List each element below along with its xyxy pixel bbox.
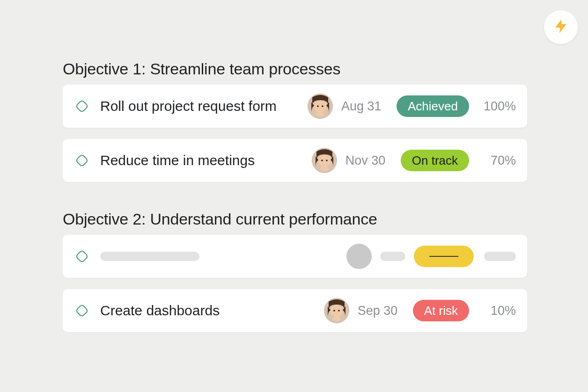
goal-title: Roll out project request form [100,98,308,114]
placeholder-title-bar [100,252,199,261]
goal-progress: 70% [475,153,516,168]
svg-point-8 [321,160,323,161]
svg-rect-0 [76,100,88,113]
placeholder-status-badge [414,246,474,267]
objective-group: Objective 1: Streamline team processes R… [63,60,527,182]
goal-progress: 10% [475,304,516,318]
goal-due-date: Sep 30 [358,304,404,318]
svg-point-3 [317,105,319,107]
status-badge: Achieved [397,95,469,117]
assignee-avatar[interactable] [312,148,337,173]
svg-rect-5 [76,154,88,167]
objective-header: Objective 2: Understand current performa… [63,210,527,228]
assignee-avatar[interactable] [308,94,333,119]
goal-card-placeholder[interactable] [63,235,527,278]
goal-due-date: Aug 31 [341,99,388,114]
svg-point-15 [338,310,340,312]
status-badge: At risk [413,300,469,321]
goal-title: Create dashboards [100,303,324,319]
goal-progress: 100% [475,99,516,114]
svg-point-2 [314,101,326,113]
lightning-button[interactable] [544,10,578,44]
goal-card[interactable]: Create dashboards Sep 30 At risk 10% [63,289,527,332]
svg-point-13 [331,305,343,317]
svg-rect-10 [76,250,88,263]
assignee-avatar[interactable] [324,298,349,323]
svg-point-7 [318,155,331,167]
goal-diamond-icon [73,247,91,265]
goal-card[interactable]: Roll out project request form Aug 31 Ach… [63,85,527,128]
placeholder-avatar [346,244,372,269]
svg-point-9 [326,160,328,161]
placeholder-date-bar [380,252,405,261]
placeholder-status-line [429,256,458,257]
objective-group: Objective 2: Understand current performa… [63,210,527,332]
svg-rect-11 [76,305,88,317]
goal-diamond-icon [73,97,91,115]
svg-point-4 [322,105,323,107]
goal-title: Reduce time in meetings [100,152,312,168]
svg-point-14 [333,310,335,312]
objective-header: Objective 1: Streamline team processes [63,60,527,78]
objectives-list: Objective 1: Streamline team processes R… [63,60,527,360]
status-badge: On track [401,150,469,171]
goal-diamond-icon [73,152,91,169]
goal-card[interactable]: Reduce time in meetings Nov 30 On track … [63,139,527,182]
goal-due-date: Nov 30 [345,153,392,168]
goal-diamond-icon [73,302,91,319]
placeholder-progress-bar [484,252,516,261]
bolt-icon [552,18,569,36]
